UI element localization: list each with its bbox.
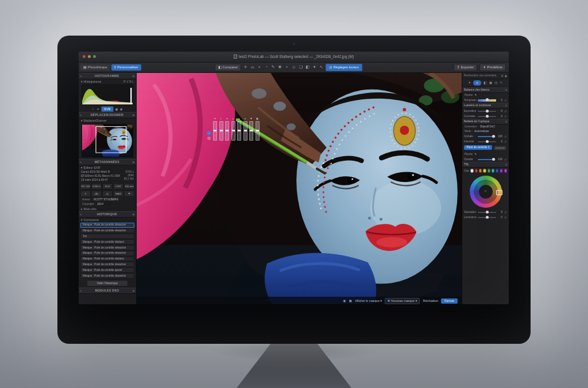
slider-handle[interactable] <box>486 216 489 219</box>
lens-correction-row[interactable]: Correction : Objectif DxO <box>462 125 509 129</box>
control-point-indicator[interactable] <box>207 131 211 135</box>
equalizer-slider-track[interactable] <box>231 121 235 141</box>
hsl-channel-dot[interactable] <box>496 169 498 173</box>
history-item[interactable]: Masque : Point de contrôle ajouté <box>80 267 134 273</box>
palette-header-lens-sharpness[interactable]: Netteté de l'optique ≡ <box>462 119 509 125</box>
toolbar-tool-icon[interactable]: ✛ <box>243 64 248 71</box>
slider-track[interactable] <box>478 212 496 213</box>
toolbar-tool-icon[interactable]: ◧ <box>305 64 310 71</box>
slider-handle[interactable] <box>486 110 489 112</box>
histogram-option-icon-1[interactable]: ▣ <box>115 107 118 111</box>
menu-icon[interactable]: ≡ <box>505 163 507 166</box>
lens-mode-row[interactable]: Mode : Automatique <box>462 129 509 134</box>
new-mask-dropdown[interactable]: Nouveau masque▾ <box>385 298 420 304</box>
reset-icon[interactable]: ↺ <box>504 158 507 161</box>
histogram-option-icon-2[interactable]: ◉ <box>120 107 123 111</box>
color-wheel-range-handle[interactable] <box>496 190 502 195</box>
category-detail-icon[interactable]: ▣ <box>489 81 493 85</box>
equalizer-slider[interactable]: ◇ <box>231 118 235 141</box>
equalizer-slider-handle[interactable] <box>256 130 259 131</box>
field-value[interactable]: Automatique <box>474 130 489 133</box>
palette-header-hsl[interactable]: TSL ≡ <box>462 162 509 168</box>
equalizer-slider-handle[interactable] <box>250 130 253 131</box>
equalizer-slider-track[interactable] <box>256 121 260 141</box>
opacity-slider[interactable] <box>478 159 496 160</box>
hsl-channel-dot[interactable] <box>488 169 490 173</box>
temperature-slider[interactable] <box>478 99 496 102</box>
equalizer-slider-handle[interactable] <box>238 130 241 131</box>
window-controls[interactable] <box>83 55 96 58</box>
equalizer-slider-handle[interactable] <box>244 130 247 131</box>
show-mask-toggle[interactable]: Afficher le masque ▾ <box>355 299 382 302</box>
palette-header-move-zoom[interactable]: › DÉPLACER/ZOOMER ≡ <box>79 112 136 118</box>
slider-handle[interactable] <box>486 115 489 118</box>
history-item[interactable]: Masque : Point de contrôle désactivé <box>80 245 134 250</box>
mask-icon[interactable]: ▣ <box>349 299 353 303</box>
equalizer-slider-handle[interactable] <box>220 130 223 131</box>
equalizer-slider-handle[interactable] <box>232 130 235 131</box>
mask-tool-row[interactable]: Pipette ✎ <box>462 152 509 157</box>
panel-toggle-icon[interactable]: ◉ <box>505 74 507 77</box>
slider-handle[interactable] <box>492 158 495 161</box>
category-light-icon[interactable]: ◐ <box>473 80 481 86</box>
histogram-channel-letters[interactable]: R V B L <box>123 80 134 83</box>
equalizer-slider-handle[interactable] <box>214 130 216 131</box>
local-adjustment-equalizer[interactable]: ✦ ◐ ☀ <box>208 118 252 146</box>
hsl-channel-dot[interactable] <box>492 169 494 173</box>
photo-image[interactable] <box>137 73 462 304</box>
history-item[interactable]: Masque : Point de contrôle désactivé <box>80 262 134 267</box>
vignette-slider[interactable] <box>478 141 496 142</box>
close-window-button[interactable] <box>83 55 86 58</box>
slider-handle[interactable] <box>492 135 495 138</box>
collapse-icon[interactable]: ▾ <box>81 119 83 122</box>
equalizer-slider[interactable]: ▲ <box>237 118 241 141</box>
reset-button[interactable]: Réinitialiser <box>423 299 438 302</box>
slider-track[interactable] <box>478 217 496 218</box>
history-item[interactable]: Masque : Point de contrôle désactivé <box>80 228 134 234</box>
history-item[interactable]: Masque : Point de contrôle désactivé <box>80 273 134 278</box>
toolbar-tool-icon[interactable]: ✎ <box>270 64 276 71</box>
export-button[interactable]: ↥Exporter <box>454 64 478 71</box>
palette-header-history[interactable]: › HISTORIQUE ≡ <box>79 211 136 218</box>
correction-search[interactable]: Rechercher une correction ⚙ ◉ <box>462 73 509 79</box>
menu-icon[interactable]: ≡ <box>505 120 507 123</box>
equalizer-slider-track[interactable] <box>225 121 229 141</box>
equalizer-slider[interactable]: ☀ <box>225 118 229 141</box>
reset-icon[interactable]: ↺ <box>504 115 507 118</box>
lock-icon[interactable]: ↺ <box>504 140 507 143</box>
equalizer-slider[interactable]: ✚ <box>249 118 253 141</box>
reset-icon[interactable]: ↺ <box>504 99 507 102</box>
exif-editor-subrow[interactable]: ▾ Éditeur EXIF <box>79 165 136 170</box>
active-mask-button[interactable]: Point de contrôle 1 <box>464 145 492 150</box>
toolbar-tool-icon[interactable]: ❏ <box>298 64 303 71</box>
slider-track[interactable] <box>478 111 496 112</box>
reset-icon[interactable]: ↺ <box>504 135 507 138</box>
slider-handle[interactable] <box>486 140 489 143</box>
hsl-channel-dot[interactable] <box>475 169 478 173</box>
palette-header-metadata[interactable]: › MÉTADONNÉES ≡ <box>79 159 136 165</box>
shadow-clipping-icon[interactable]: ☾ <box>92 107 95 111</box>
copyright-value[interactable]: 2014 <box>97 203 103 206</box>
wb-pipette-row[interactable]: Pipette ✎ <box>462 93 509 98</box>
global-sharpness-slider[interactable] <box>478 136 496 137</box>
gear-icon[interactable]: ⚙ <box>501 74 503 77</box>
reset-icon[interactable]: ↺ <box>504 211 507 214</box>
histogram-subrow[interactable]: ▾ Histogramme R V B L <box>79 79 136 84</box>
menu-icon[interactable]: ≡ <box>505 104 507 107</box>
close-button[interactable]: Fermer <box>441 298 458 303</box>
palette-header-dxo-modules[interactable]: › MODULES DXO ≡ <box>79 288 136 294</box>
equalizer-slider-track[interactable] <box>213 121 217 141</box>
menu-icon[interactable]: ≡ <box>133 74 134 77</box>
author-row[interactable]: Auteur : SCOTT STULBERG <box>79 197 136 202</box>
toolbar-tool-icon[interactable]: ↖ <box>319 64 324 71</box>
palette-header-histogram[interactable]: › HISTOGRAMME ≡ <box>79 73 136 79</box>
equalizer-slider[interactable]: ✦ <box>213 118 217 141</box>
category-favorites-icon[interactable]: ✦ <box>468 81 471 85</box>
zoom-window-button[interactable] <box>93 55 96 58</box>
equalizer-slider[interactable]: ▣ <box>256 118 260 141</box>
compare-button[interactable]: ◧Comparer <box>215 64 241 71</box>
copyright-row[interactable]: Copyright : 2014 <box>79 202 136 207</box>
author-value[interactable]: SCOTT STULBERG <box>94 198 118 201</box>
menu-icon[interactable]: ≡ <box>133 160 134 164</box>
field-value[interactable]: Objectif DxO <box>480 125 495 129</box>
